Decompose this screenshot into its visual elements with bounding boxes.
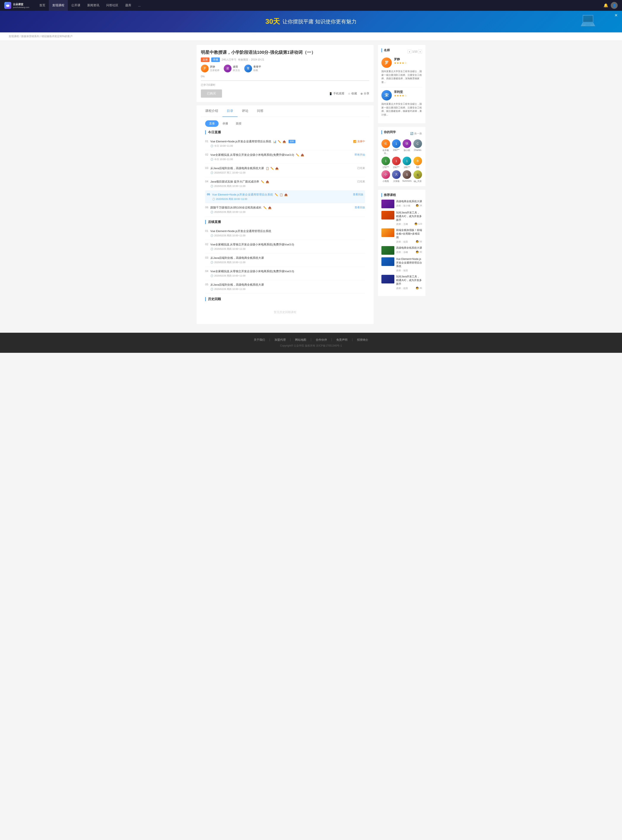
classmate-avatar[interactable]: 小 — [381, 170, 390, 179]
classmate-avatar[interactable]: 张 — [402, 139, 411, 148]
classmate-name: 大笨狼 — [393, 180, 399, 183]
lesson-name[interactable]: Vue全家桶实战 从零独立开发企业级小米电商系统(免费升级Vue3.0) — [210, 243, 365, 246]
nav-more[interactable]: ... — [135, 0, 144, 11]
banner-close-button[interactable]: ✕ — [614, 13, 618, 18]
logo[interactable]: 云朵课堂 yunchuketang.com — [4, 2, 29, 9]
prev-teacher-button[interactable]: ‹ — [407, 50, 412, 53]
classmate-avatar[interactable]: 1 — [392, 139, 401, 148]
rec-title[interactable]: Vue Element+Node.js开发企业通用管理后台系统 — [396, 257, 422, 268]
rec-title[interactable]: 玩转Java开发工具，精通JUC，成为开发多面手 — [396, 211, 422, 221]
classmate-avatar[interactable]: 1 — [392, 157, 401, 165]
edit-icon[interactable]: ✏️ — [261, 180, 264, 183]
breadcrumb-series[interactable]: 新媒体营销系列 — [21, 35, 39, 38]
rec-title[interactable]: 前端全栈加强版！前端全栈+全周期+多维应用 — [396, 228, 422, 239]
lesson-status-replay[interactable]: 查看回放 — [355, 206, 365, 209]
classmate-item: 1 1767** — [381, 157, 390, 168]
lesson-time: 🕐2020/02/26 周四 10:00~11:00 — [210, 247, 365, 250]
upload-icon[interactable]: 📤 — [300, 153, 304, 157]
breadcrumb-discover[interactable]: 发现课程 — [9, 35, 19, 38]
nav-open-course[interactable]: 公开课 — [68, 0, 84, 11]
tab-catalog[interactable]: 目录 — [223, 105, 238, 117]
sub-tab-live[interactable]: 直播 — [205, 120, 218, 127]
lesson-name[interactable]: Vue Element+Node.js开发企业通用管理后台系统 — [210, 140, 271, 144]
mobile-watch-link[interactable]: 📱 手机观看 — [329, 92, 345, 96]
teacher-name-2[interactable]: 宋利坚 — [394, 90, 422, 94]
lesson-content: 从Java后端到全栈，高级电商全栈系统大课 🕐2020/02/26 周四 10:… — [210, 283, 365, 291]
share-icon: ⊕ — [360, 92, 363, 95]
upload-icon[interactable]: 📤 — [275, 167, 279, 170]
upload-icon[interactable]: 📤 — [268, 206, 271, 209]
lesson-name[interactable]: 从Java后端到全栈，高级电商全栈系统大课 — [210, 256, 365, 260]
upload-icon[interactable]: 📤 — [266, 180, 269, 183]
footer-link-disclaimer[interactable]: 免责声明 — [336, 338, 348, 342]
lesson-name[interactable]: 跟随千万级项目从0到100全过程高效成长 — [210, 206, 262, 209]
tab-comment[interactable]: 评论 — [238, 105, 253, 117]
lesson-name[interactable]: Java项目面试实操 提升大厂面试成功率 — [210, 180, 259, 184]
footer-link-sitemap[interactable]: 网站地图 — [295, 338, 306, 342]
edit-icon[interactable]: ✏️ — [270, 167, 274, 170]
user-avatar[interactable]: 👤 — [611, 2, 618, 9]
rec-title[interactable]: 高级电商全线系统大课 — [396, 200, 422, 203]
upload-icon[interactable]: 📤 — [282, 140, 286, 143]
classmate-avatar[interactable]: 化 — [381, 139, 390, 148]
teacher-stars-2: ★★★★☆ — [394, 94, 422, 97]
rec-course-item: Vue Element+Node.js开发企业通用管理后台系统 讲师：张田 — [381, 257, 422, 272]
lesson-name[interactable]: 从Java后端到全栈，高级电商全栈系统大课 — [210, 166, 264, 170]
lesson-status-replay[interactable]: 查看回放 — [353, 193, 363, 196]
rec-title[interactable]: 玩转Java开发工具，精通JUC，成为开发多面手 — [396, 275, 422, 286]
nav-question-bank[interactable]: 题库 — [122, 0, 135, 11]
collect-link[interactable]: ☆ 收藏 — [348, 92, 357, 96]
classmate-avatar[interactable]: S — [402, 170, 411, 179]
switch-classmates-button[interactable]: 🔄 换一换 — [410, 132, 422, 136]
lesson-time: 🕐2020/02/26 周四 10:00~11:00 — [210, 234, 365, 237]
teachers-title: 名师 — [381, 48, 390, 52]
lesson-name[interactable]: Vue全家桶实战 从零独立开发企业级小米电商系统(免费升级Vue3.0) — [210, 153, 294, 157]
bell-icon[interactable]: 🔔 — [604, 3, 608, 8]
classmate-avatar[interactable]: 大 — [392, 170, 401, 179]
progress-text: 0% — [201, 75, 369, 78]
lesson-status-soon: 即将开始 — [355, 153, 365, 157]
lesson-content: Vue全家桶实战 从零独立开发企业级小米电商系统(免费升级Vue3.0) 🕐20… — [210, 269, 365, 277]
nav-discover[interactable]: 发现课程 — [49, 0, 68, 11]
classmate-avatar[interactable]: 1 — [402, 157, 411, 165]
star-icon: ☆ — [348, 92, 351, 95]
classmate-avatar[interactable]: C — [413, 139, 422, 148]
nav-qa[interactable]: 问答社区 — [103, 0, 122, 11]
lesson-content: 跟随千万级项目从0到100全过程高效成长 ✏️ 📤 🕐 2020/02/26 周… — [210, 206, 355, 214]
clipboard-icon[interactable]: 📋 — [279, 193, 283, 196]
teacher-name-1[interactable]: 罗静 — [394, 58, 422, 61]
classmate-avatar[interactable]: q — [413, 170, 422, 179]
lesson-name-highlight[interactable]: Vue Element+Node.js开发企业通用管理后台系统 — [212, 193, 273, 197]
lesson-icons: ✏️ 📤 — [263, 206, 271, 209]
clipboard-icon[interactable]: 📋 — [266, 167, 269, 170]
edit-icon[interactable]: ✏️ — [296, 153, 299, 157]
next-teacher-button[interactable]: › — [418, 50, 422, 53]
sub-tab-offline[interactable]: 面授 — [232, 120, 245, 127]
footer-link-about[interactable]: 关于我们 — [254, 338, 265, 342]
edit-icon[interactable]: ✏️ — [263, 206, 267, 209]
classmate-avatar[interactable]: 1 — [381, 157, 390, 165]
tab-qa[interactable]: 问答 — [253, 105, 268, 117]
classmate-avatar[interactable]: B — [413, 157, 422, 165]
share-link[interactable]: ⊕ 分享 — [360, 92, 369, 96]
lesson-time: 🕐 2020/02/27 周三 10:00~11:00 — [210, 171, 357, 174]
tab-intro[interactable]: 课程介绍 — [201, 105, 223, 117]
lesson-name[interactable]: Vue全家桶实战 从零独立开发企业级小米电商系统(免费升级Vue3.0) — [210, 269, 365, 273]
footer-link-partner[interactable]: 合作伙伴 — [316, 338, 327, 342]
lesson-content: Vue全家桶实战 从零独立开发企业级小米电商系统(免费升级Vue3.0) 🕐20… — [210, 243, 365, 250]
sub-tab-record[interactable]: 录播 — [218, 120, 232, 127]
lesson-content: Vue Element+Node.js开发企业通用管理后台系统 📊 ✏️ 📤 资… — [210, 140, 353, 148]
nav-home[interactable]: 首页 — [36, 0, 49, 11]
edit-icon[interactable]: ✏️ — [278, 140, 281, 143]
upload-icon[interactable]: 📤 — [284, 193, 288, 196]
footer-link-recruit[interactable]: 招资纳士 — [357, 338, 368, 342]
edit-icon[interactable]: ✏️ — [275, 193, 278, 196]
rec-title[interactable]: 高级电商全线系统大课 — [396, 246, 422, 250]
lesson-name[interactable]: Vue Element+Node.js开发企业通用管理后台系统 — [210, 229, 365, 233]
material-badge[interactable]: 资料 — [288, 140, 296, 143]
svg-point-2 — [8, 5, 9, 6]
lesson-name[interactable]: 从Java后端到全栈，高级电商全栈系统大课 — [210, 283, 365, 287]
lesson-time: 🕐2020/02/26 周四 10:00~11:00 — [210, 287, 365, 291]
nav-news[interactable]: 新闻资讯 — [84, 0, 103, 11]
footer-link-agent[interactable]: 加盟代理 — [274, 338, 286, 342]
